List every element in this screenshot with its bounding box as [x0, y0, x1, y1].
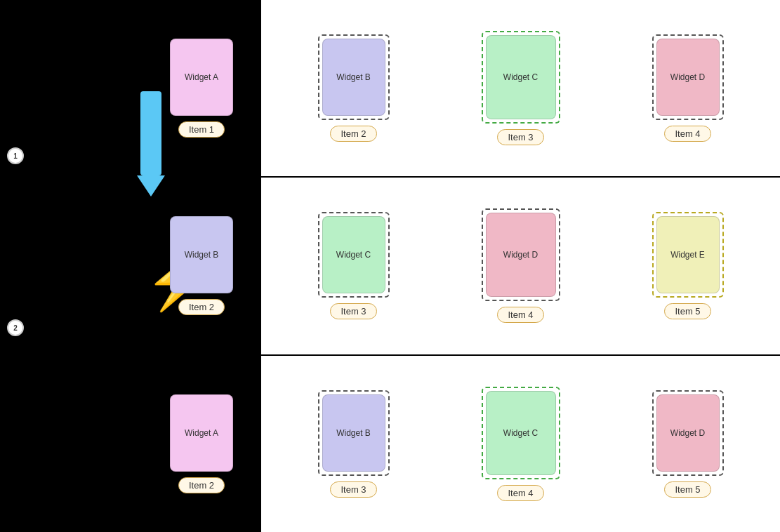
step-number-1: 1: [7, 147, 24, 164]
widget-D-row3: Widget D: [656, 394, 720, 472]
col-D-row1: Widget D Item 4: [652, 34, 724, 142]
dashed-D-row2: Widget D: [482, 208, 560, 301]
row-2: Widget B Item 2 Widget C Item 3 Widget D…: [261, 178, 780, 355]
arrow-shaft: [140, 91, 161, 175]
widget-A-row1: Widget A: [170, 39, 233, 116]
col-D-row2: Widget D Item 4: [482, 208, 560, 323]
item-label-outside-row3: Item 2: [178, 477, 225, 493]
outside-B-row2: Widget B Item 2: [170, 216, 233, 315]
item-label-D-row3: Item 5: [664, 481, 710, 498]
col-E-row2: Widget E Item 5: [652, 212, 724, 319]
item-label-C-row1: Item 3: [497, 129, 543, 145]
dashed-C-row2: Widget C: [318, 212, 390, 298]
item-label-C-row2: Item 3: [330, 303, 376, 319]
step-number-2: 2: [7, 319, 24, 336]
widget-E-row2: Widget E: [656, 216, 720, 293]
main-container: 1 2 ⚡ Widget A Item 1 Widg: [0, 0, 780, 532]
widget-D-row1: Widget D: [656, 39, 720, 116]
widget-B-row1: Widget B: [322, 39, 385, 116]
dashed-E-row2: Widget E: [652, 212, 724, 298]
widget-C-row2: Widget C: [322, 216, 385, 293]
dashed-C-row1: Widget C: [482, 31, 560, 124]
dashed-D-row1: Widget D: [652, 34, 724, 120]
arrow-down: [137, 91, 165, 197]
outside-A-row3: Widget A Item 2: [170, 394, 233, 493]
arrow-head: [137, 175, 165, 197]
row-3: Widget A Item 2 Widget B Item 3 Widget C…: [261, 356, 780, 532]
item-label-outside-row2: Item 2: [178, 299, 225, 315]
widget-B-outside-row2: Widget B: [170, 216, 233, 293]
widget-D-row2: Widget D: [486, 213, 556, 297]
col-B-row3: Widget B Item 3: [318, 390, 390, 498]
col-B-row1: Widget B Item 2: [318, 34, 390, 142]
right-panel: Widget A Item 1 Widget B Item 2 Widget C…: [260, 0, 780, 532]
item-label-C-row3: Item 4: [497, 485, 543, 501]
dashed-D-row3: Widget D: [652, 390, 724, 476]
cols-row1: Widget B Item 2 Widget C Item 3 Widget D: [268, 24, 773, 152]
col-C-row1: Widget C Item 3: [482, 31, 560, 145]
widget-C-row1: Widget C: [486, 35, 556, 119]
col-D-row3: Widget D Item 5: [652, 390, 724, 498]
dashed-C-row3: Widget C: [482, 387, 560, 479]
dashed-B-row1: Widget B: [318, 34, 390, 120]
col-C-row2: Widget C Item 3: [318, 212, 390, 319]
widget-B-row3: Widget B: [322, 394, 385, 472]
item-label-D-row2: Item 4: [497, 307, 543, 323]
cols-row3: Widget B Item 3 Widget C Item 4 Widget D: [268, 380, 773, 508]
item-label-B-row1: Item 2: [330, 126, 376, 142]
item-label-B-row3: Item 3: [330, 481, 376, 498]
item-label-1-row1: Item 1: [178, 121, 225, 138]
cols-row2: Widget C Item 3 Widget D Item 4 Widget E: [268, 201, 773, 330]
row-1: Widget A Item 1 Widget B Item 2 Widget C…: [261, 0, 780, 178]
item-label-D-row1: Item 4: [664, 126, 710, 142]
col-C-row3: Widget C Item 4: [482, 387, 560, 501]
dashed-B-row3: Widget B: [318, 390, 390, 476]
item-label-E-row2: Item 5: [664, 303, 710, 319]
widget-C-row3: Widget C: [486, 391, 556, 475]
widget-A-outside-row3: Widget A: [170, 394, 233, 472]
